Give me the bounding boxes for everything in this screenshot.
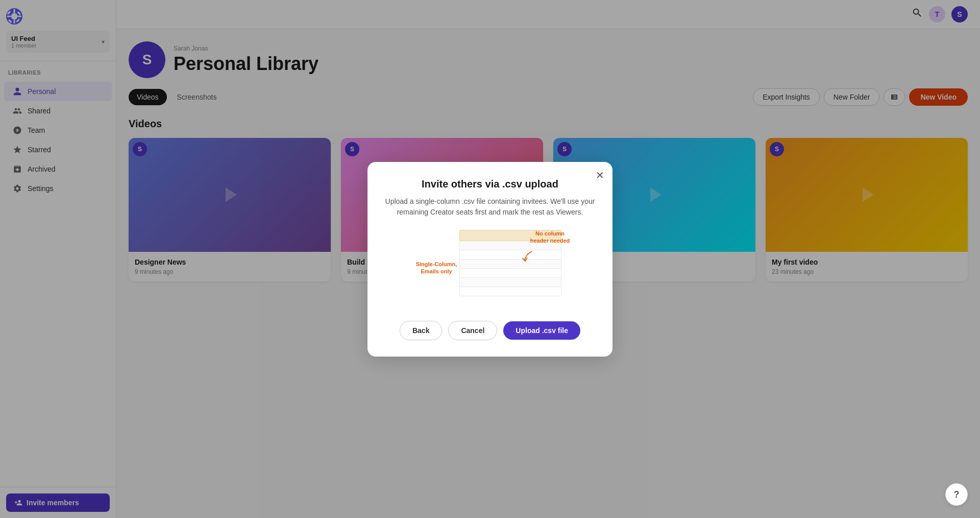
- help-button[interactable]: ?: [945, 483, 968, 506]
- csv-illustration: Single-Column, Emails only: [384, 230, 596, 307]
- modal-description: Upload a single-column .csv file contain…: [384, 196, 596, 218]
- modal-cancel-button[interactable]: Cancel: [448, 321, 497, 340]
- help-icon: ?: [954, 489, 960, 500]
- modal-back-button[interactable]: Back: [400, 321, 442, 340]
- modal-close-button[interactable]: ✕: [596, 170, 604, 180]
- single-column-label: Single-Column, Emails only: [408, 261, 464, 275]
- modal-upload-button[interactable]: Upload .csv file: [503, 321, 580, 340]
- no-header-label: No column header needed: [528, 230, 572, 245]
- invite-csv-modal: ✕ Invite others via .csv upload Upload a…: [368, 162, 612, 357]
- arrow-right-icon: [518, 249, 536, 267]
- modal-title: Invite others via .csv upload: [384, 178, 596, 190]
- modal-overlay: ✕ Invite others via .csv upload Upload a…: [0, 0, 980, 518]
- modal-actions: Back Cancel Upload .csv file: [384, 321, 596, 340]
